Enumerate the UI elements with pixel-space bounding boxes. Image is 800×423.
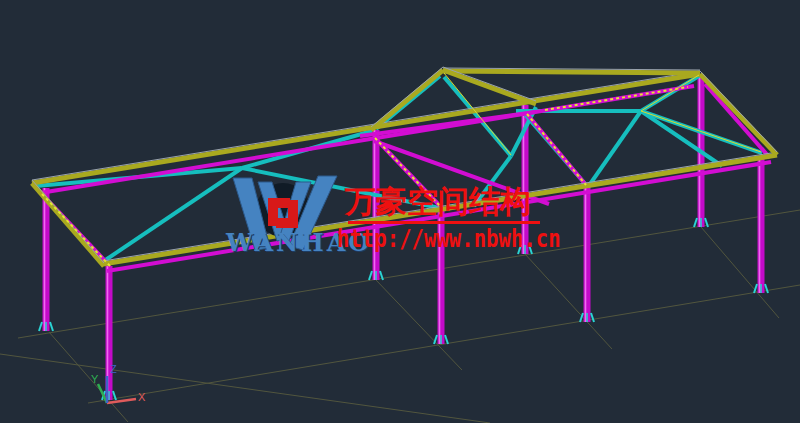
ground-line bbox=[525, 254, 612, 349]
beam-edge bbox=[700, 71, 777, 152]
column-base-foot bbox=[39, 322, 42, 331]
chord-member bbox=[705, 84, 770, 158]
column-base-foot bbox=[50, 322, 53, 331]
web-member bbox=[641, 111, 722, 166]
ground-line bbox=[701, 227, 779, 318]
column-base-foot bbox=[591, 313, 594, 322]
column-base-foot bbox=[765, 284, 768, 293]
column-base-foot bbox=[369, 271, 372, 280]
ucs-x-label: X bbox=[138, 391, 146, 403]
ucs-z-label: Z bbox=[110, 363, 117, 375]
watermark-url: http://www.nbwh.cn bbox=[337, 225, 561, 253]
gusset-teeth bbox=[42, 194, 110, 266]
eave-beam bbox=[443, 70, 536, 104]
ground-line bbox=[49, 332, 128, 422]
eave-beam bbox=[443, 71, 700, 73]
ground-line bbox=[0, 354, 490, 423]
column-base-foot bbox=[694, 218, 697, 227]
beam-edge bbox=[32, 71, 700, 180]
watermark-underline bbox=[348, 221, 540, 224]
column-base-foot bbox=[445, 335, 448, 344]
ground-line bbox=[376, 280, 462, 370]
column-member bbox=[43, 188, 50, 331]
ucs-y-label: Y bbox=[91, 373, 99, 385]
cad-canvas[interactable]: XYZ WANHAO 万豪空间结构 http://www.nbwh.cn bbox=[0, 0, 800, 423]
watermark-company-name: 万豪空间结构 bbox=[345, 186, 585, 219]
column-member bbox=[758, 157, 765, 293]
